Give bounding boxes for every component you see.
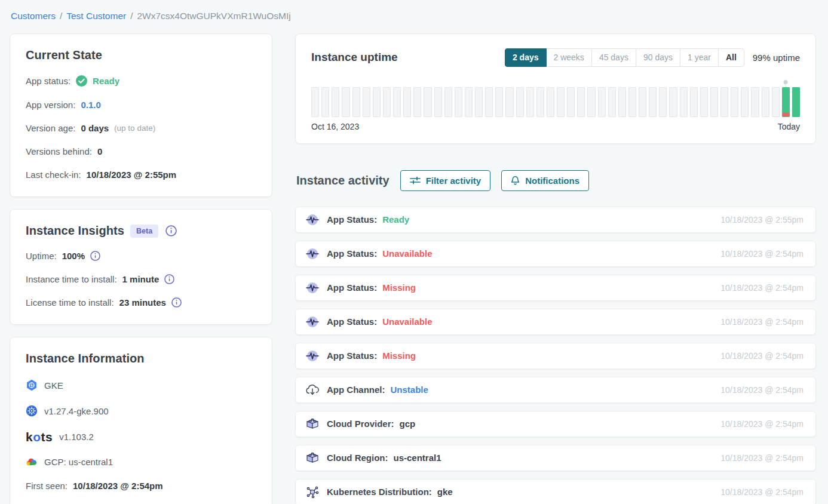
uptime-bar-empty[interactable] <box>455 87 462 117</box>
activity-row-label: Kubernetes Distribution: <box>327 487 432 497</box>
notifications-button[interactable]: Notifications <box>501 170 589 191</box>
info-icon[interactable] <box>165 225 177 236</box>
version-age-label: Version age: <box>26 123 75 133</box>
pulse-icon <box>305 315 320 329</box>
uptime-bar-empty[interactable] <box>598 87 606 117</box>
uptime-bar-empty[interactable] <box>536 87 544 117</box>
activity-row: App Status: Unavailable 10/18/2023 @ 2:5… <box>295 309 816 335</box>
uptime-bar-empty[interactable] <box>741 87 749 117</box>
uptime-bar-empty[interactable] <box>639 87 646 117</box>
chart-marker-dot <box>784 80 788 84</box>
uptime-bar-empty[interactable] <box>352 87 360 117</box>
uptime-bar-empty[interactable] <box>424 87 431 117</box>
uptime-bar-empty[interactable] <box>393 87 401 117</box>
uptime-bar-empty[interactable] <box>628 87 636 117</box>
range-button-2-days[interactable]: 2 days <box>505 48 547 67</box>
versions-behind-value: 0 <box>97 146 102 156</box>
activity-row-value: gke <box>437 487 453 497</box>
kubernetes-icon <box>26 405 38 417</box>
app-status-label: App status: <box>26 76 70 86</box>
pulse-icon <box>305 213 320 227</box>
versions-behind-label: Versions behind: <box>26 146 92 156</box>
uptime-bar-empty[interactable] <box>526 87 534 117</box>
uptime-bar-empty[interactable] <box>485 87 493 117</box>
uptime-bar-empty[interactable] <box>495 87 503 117</box>
activity-row-label: App Status: <box>327 248 377 259</box>
activity-row-value: us-central1 <box>393 453 441 463</box>
activity-row: Cloud Provider: gcp 10/18/2023 @ 2:54pm <box>295 411 816 437</box>
uptime-bar-empty[interactable] <box>567 87 575 117</box>
activity-row: App Status: Ready 10/18/2023 @ 2:55pm <box>295 207 816 233</box>
info-icon[interactable] <box>164 274 174 284</box>
range-button-45-days[interactable]: 45 days <box>591 48 636 67</box>
uptime-bar-empty[interactable] <box>311 87 319 117</box>
uptime-bar-empty[interactable] <box>383 87 391 117</box>
activity-row: App Status: Missing 10/18/2023 @ 2:54pm <box>295 343 816 369</box>
activity-row-label: Cloud Region: <box>327 453 388 463</box>
info-icon[interactable] <box>90 251 100 261</box>
instance-insights-title: Instance Insights <box>26 224 124 238</box>
current-state-title: Current State <box>26 48 256 62</box>
uptime-bar-empty[interactable] <box>710 87 718 117</box>
uptime-bar-empty[interactable] <box>557 87 565 117</box>
uptime-bar-empty[interactable] <box>772 87 780 117</box>
range-button-1-year[interactable]: 1 year <box>680 48 719 67</box>
kots-version-value: v1.103.2 <box>59 432 94 442</box>
uptime-bar-empty[interactable] <box>669 87 677 117</box>
uptime-bar-empty[interactable] <box>321 87 329 117</box>
uptime-bar-empty[interactable] <box>762 87 769 117</box>
uptime-bar-empty[interactable] <box>720 87 728 117</box>
activity-row-timestamp: 10/18/2023 @ 2:54pm <box>720 283 804 293</box>
activity-row-value: Unstable <box>391 385 428 395</box>
uptime-bar-empty[interactable] <box>444 87 452 117</box>
range-button-all[interactable]: All <box>718 48 744 67</box>
uptime-bar-empty[interactable] <box>659 87 667 117</box>
info-icon[interactable] <box>171 297 182 308</box>
activity-row-timestamp: 10/18/2023 @ 2:55pm <box>720 215 804 225</box>
activity-row-value: Unavailable <box>382 316 432 327</box>
uptime-bar-up[interactable] <box>792 87 800 117</box>
uptime-bar-empty[interactable] <box>332 87 339 117</box>
uptime-bar-empty[interactable] <box>577 87 585 117</box>
breadcrumb-link-customers[interactable]: Customers <box>11 11 56 21</box>
activity-row: Kubernetes Distribution: gke 10/18/2023 … <box>295 479 816 504</box>
uptime-value: 100% <box>62 251 85 261</box>
uptime-bar-empty[interactable] <box>618 87 626 117</box>
uptime-bar-empty[interactable] <box>680 87 688 117</box>
uptime-bar-empty[interactable] <box>700 87 708 117</box>
breadcrumb-link-test-customer[interactable]: Test Customer <box>66 11 126 21</box>
uptime-bar-empty[interactable] <box>608 87 616 117</box>
uptime-bar-empty[interactable] <box>363 87 370 117</box>
uptime-bar-partial[interactable] <box>782 87 790 117</box>
filter-activity-button[interactable]: Filter activity <box>400 170 491 191</box>
range-button-90-days[interactable]: 90 days <box>636 48 680 67</box>
uptime-bar-empty[interactable] <box>373 87 381 117</box>
last-checkin-value: 10/18/2023 @ 2:55pm <box>87 170 177 180</box>
activity-row-timestamp: 10/18/2023 @ 2:54pm <box>720 453 804 463</box>
uptime-bar-empty[interactable] <box>413 87 421 117</box>
ready-check-icon <box>76 75 87 87</box>
uptime-bar-empty[interactable] <box>505 87 513 117</box>
bell-icon <box>511 176 520 186</box>
uptime-bar-empty[interactable] <box>403 87 411 117</box>
uptime-bar-empty[interactable] <box>751 87 759 117</box>
uptime-bar-empty[interactable] <box>547 87 554 117</box>
uptime-bar-empty[interactable] <box>516 87 524 117</box>
cloud-download-icon <box>305 383 320 397</box>
uptime-bar-empty[interactable] <box>475 87 483 117</box>
app-version-label: App version: <box>26 100 75 110</box>
uptime-summary: 99% uptime <box>753 53 800 63</box>
uptime-bar-empty[interactable] <box>342 87 349 117</box>
activity-row-timestamp: 10/18/2023 @ 2:54pm <box>720 385 804 395</box>
instance-activity-title: Instance activity <box>296 174 390 188</box>
app-version-link[interactable]: 0.1.0 <box>81 100 100 110</box>
uptime-bar-empty[interactable] <box>465 87 473 117</box>
uptime-bar-empty[interactable] <box>434 87 442 117</box>
uptime-bar-empty[interactable] <box>731 87 738 117</box>
uptime-bar-empty[interactable] <box>690 87 698 117</box>
cloud-value: GCP: us-central1 <box>44 457 113 467</box>
brick-icon <box>305 451 320 465</box>
uptime-bar-empty[interactable] <box>587 87 595 117</box>
range-button-2-weeks[interactable]: 2 weeks <box>546 48 592 67</box>
uptime-bar-empty[interactable] <box>649 87 657 117</box>
